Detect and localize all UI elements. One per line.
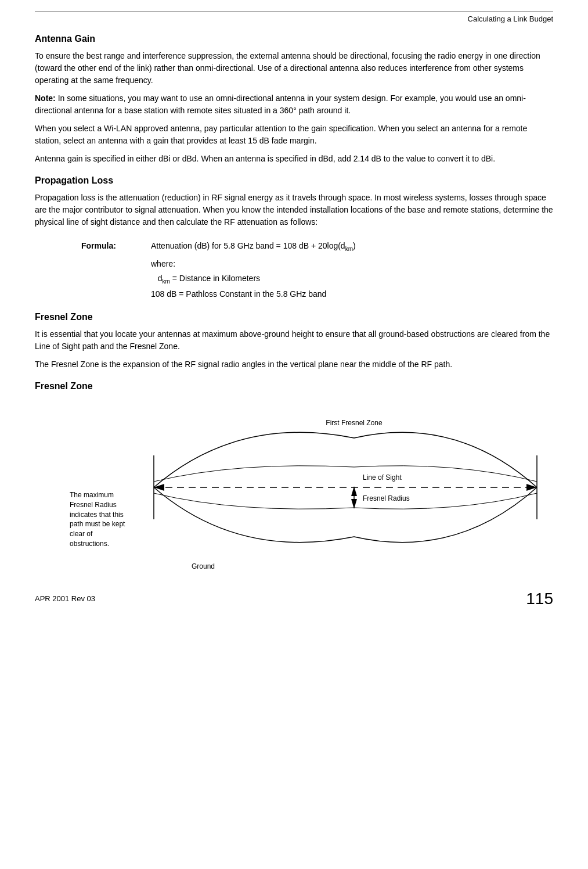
ground-label: Ground: [192, 562, 215, 570]
svg-marker-3: [154, 484, 164, 491]
where-indent: where: dkm = Distance in Kilometers 108 …: [151, 257, 553, 301]
side-text-4: path must be kept: [70, 519, 134, 529]
fresnel-zone-para2: The Fresnel Zone is the expansion of the…: [35, 358, 553, 371]
side-text-3: indicates that this: [70, 510, 134, 520]
footer-left: APR 2001 Rev 03: [35, 594, 95, 603]
note-label: Note:: [35, 94, 56, 103]
page-number: 115: [526, 590, 553, 608]
where-label: where:: [151, 257, 553, 271]
antenna-gain-para1: To ensure the best range and interferenc…: [35, 50, 553, 87]
side-text-1: The maximum: [70, 490, 134, 500]
fresnel-diagram-svg: First Fresnel Zone Line of Sight Fresnel…: [136, 397, 554, 577]
fresnel-zone-heading1: Fresnel Zone: [35, 312, 553, 322]
side-text-5: clear of: [70, 529, 134, 539]
formula-block: Formula: Attenuation (dB) for 5.8 GHz ba…: [81, 239, 553, 301]
antenna-gain-heading: Antenna Gain: [35, 34, 553, 44]
side-text-2: Fresnel Radius: [70, 500, 134, 510]
propagation-loss-para1: Propagation loss is the attenuation (red…: [35, 192, 553, 228]
formula-text: Attenuation (dB) for 5.8 GHz band = 108 …: [151, 241, 345, 250]
formula-row: Formula: Attenuation (dB) for 5.8 GHz ba…: [81, 239, 553, 254]
svg-marker-4: [526, 484, 537, 491]
page: Calculating a Link Budget Antenna Gain T…: [0, 0, 588, 626]
pathloss-line: 108 dB = Pathloss Constant in the 5.8 GH…: [151, 287, 553, 301]
fresnel-radius-label: Fresnel Radius: [363, 494, 410, 502]
line-of-sight-label: Line of Sight: [363, 473, 402, 482]
formula-sub: km: [345, 246, 353, 252]
dkm-text: = Distance in Kilometers: [170, 274, 260, 283]
formula-content: Attenuation (dB) for 5.8 GHz band = 108 …: [151, 239, 356, 254]
diagram-side-text: The maximum Fresnel Radius indicates tha…: [70, 490, 134, 549]
note-text: In some situations, you may want to use …: [35, 94, 526, 115]
header-title: Calculating a Link Budget: [468, 15, 553, 23]
antenna-gain-para2: When you select a Wi-LAN approved antenn…: [35, 123, 553, 147]
formula-label: Formula:: [81, 239, 151, 253]
page-footer: APR 2001 Rev 03 115: [35, 590, 553, 608]
propagation-loss-heading: Propagation Loss: [35, 175, 553, 186]
note-block: Note: In some situations, you may want t…: [35, 92, 553, 117]
dkm-sub: km: [162, 278, 169, 285]
first-fresnel-zone-label: First Fresnel Zone: [326, 419, 383, 427]
header-rule: [35, 12, 553, 12]
fresnel-zone-para1: It is essential that you locate your ant…: [35, 328, 553, 353]
side-text-6: obstructions.: [70, 539, 134, 549]
formula-close: ): [353, 241, 356, 250]
dkm-line: dkm = Distance in Kilometers: [151, 271, 553, 287]
page-header: Calculating a Link Budget: [35, 15, 553, 23]
diagram-wrapper: The maximum Fresnel Radius indicates tha…: [35, 397, 553, 579]
antenna-gain-para3: Antenna gain is specified in either dBi …: [35, 153, 553, 165]
svg-marker-6: [351, 499, 357, 509]
fresnel-zone-heading2: Fresnel Zone: [35, 381, 553, 392]
